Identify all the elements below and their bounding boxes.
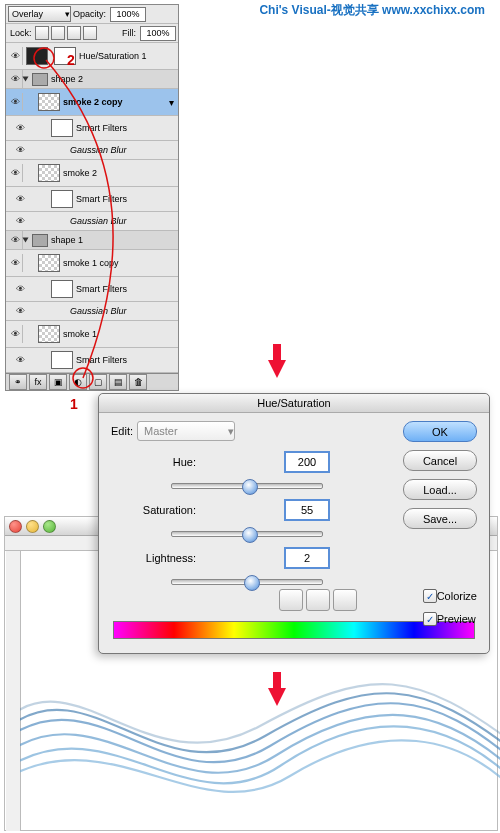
svg-point-0 bbox=[34, 48, 54, 68]
sat-field[interactable]: 55 bbox=[284, 499, 330, 521]
eyedropper-icon[interactable] bbox=[279, 589, 303, 611]
eyedropper-add-icon[interactable] bbox=[306, 589, 330, 611]
color-spectrum bbox=[113, 621, 475, 639]
edit-label: Edit: bbox=[111, 425, 133, 437]
result-artwork bbox=[20, 676, 500, 833]
watermark-text: Chi's Visual-视觉共享 www.xxchixx.com bbox=[259, 2, 485, 19]
lock-pos[interactable] bbox=[67, 26, 81, 40]
lock-paint[interactable] bbox=[51, 26, 65, 40]
close-icon[interactable] bbox=[9, 520, 22, 533]
annotation-curve bbox=[8, 40, 178, 400]
colorize-checkbox[interactable]: ✓ bbox=[423, 589, 437, 603]
ruler-v bbox=[6, 551, 21, 831]
arrow-icon bbox=[268, 360, 286, 378]
minimize-icon[interactable] bbox=[26, 520, 39, 533]
sat-slider[interactable] bbox=[171, 531, 323, 537]
zoom-icon[interactable] bbox=[43, 520, 56, 533]
load-button[interactable]: Load... bbox=[403, 479, 477, 500]
lock-label: Lock: bbox=[10, 28, 32, 38]
save-button[interactable]: Save... bbox=[403, 508, 477, 529]
lightness-label: Lightness: bbox=[111, 552, 196, 564]
lightness-slider[interactable] bbox=[171, 579, 323, 585]
preview-checkbox[interactable]: ✓ bbox=[423, 612, 437, 626]
blend-mode-select[interactable]: Overlay▾ bbox=[8, 6, 71, 22]
hue-field[interactable]: 200 bbox=[284, 451, 330, 473]
lock-transparency[interactable] bbox=[35, 26, 49, 40]
arrow-icon bbox=[268, 688, 286, 706]
opacity-value[interactable]: 100% bbox=[110, 7, 146, 22]
annotation-1: 1 bbox=[70, 396, 78, 412]
hue-saturation-dialog: Hue/Saturation Edit: Master▾ Hue: 200 Sa… bbox=[98, 393, 490, 654]
opacity-label: Opacity: bbox=[73, 9, 106, 19]
colorize-label: Colorize bbox=[437, 590, 477, 602]
edit-select[interactable]: Master▾ bbox=[137, 421, 235, 441]
ok-button[interactable]: OK bbox=[403, 421, 477, 442]
fill-value[interactable]: 100% bbox=[140, 26, 176, 41]
hue-label: Hue: bbox=[111, 456, 196, 468]
lock-all[interactable] bbox=[83, 26, 97, 40]
lightness-field[interactable]: 2 bbox=[284, 547, 330, 569]
hue-slider[interactable] bbox=[171, 483, 323, 489]
sat-label: Saturation: bbox=[111, 504, 196, 516]
fill-label: Fill: bbox=[122, 28, 136, 38]
annotation-2: 2 bbox=[67, 52, 75, 68]
preview-label: Preview bbox=[437, 613, 476, 625]
dialog-title: Hue/Saturation bbox=[99, 394, 489, 413]
cancel-button[interactable]: Cancel bbox=[403, 450, 477, 471]
eyedropper-sub-icon[interactable] bbox=[333, 589, 357, 611]
